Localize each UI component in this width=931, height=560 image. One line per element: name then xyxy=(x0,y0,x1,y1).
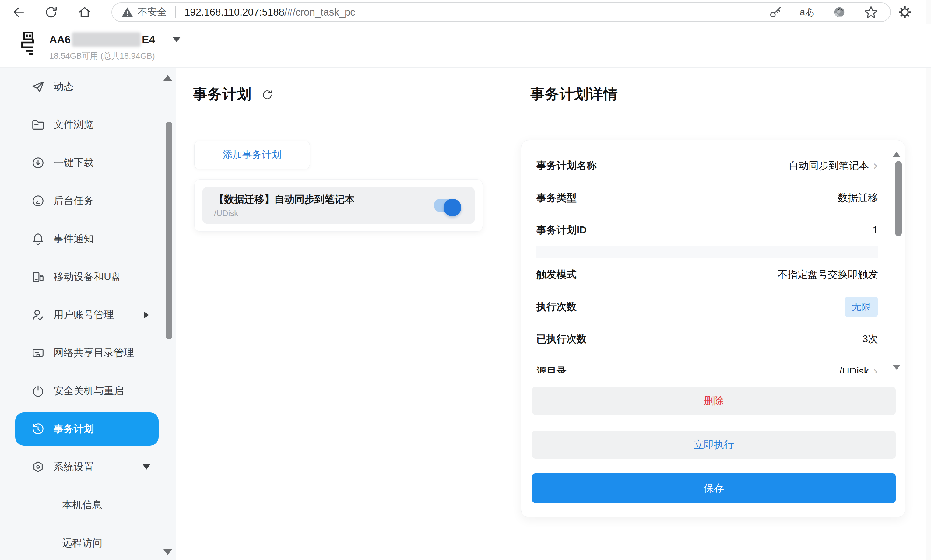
storage-info: 18.54GB可用 (总共18.94GB) xyxy=(49,51,180,62)
toggle-knob xyxy=(443,199,461,216)
device-dropdown-caret-icon[interactable] xyxy=(172,37,180,42)
download-circle-icon xyxy=(31,156,45,170)
sidebar-item-cron-task[interactable]: 事务计划 xyxy=(15,412,159,446)
address-bar[interactable]: 不安全 192.168.110.207:5188/#/cron_task_pc … xyxy=(111,2,891,22)
task-path: /UDisk xyxy=(214,209,434,218)
url-separator xyxy=(175,6,176,18)
chevron-right-icon: › xyxy=(873,365,878,373)
device-selector[interactable]: AA6 E4 xyxy=(49,32,180,47)
sidebar-scroll-up-icon[interactable] xyxy=(163,75,172,81)
insecure-warning-icon[interactable] xyxy=(121,6,133,18)
task-enabled-toggle[interactable] xyxy=(434,199,459,212)
sidebar-scroll-down-icon[interactable] xyxy=(163,549,172,555)
browser-swirl-icon[interactable] xyxy=(833,5,846,19)
task-detail-header: 事务计划详情 xyxy=(501,68,926,121)
folder-icon xyxy=(31,118,45,132)
chevron-right-icon: › xyxy=(873,160,878,172)
unlimited-badge: 无限 xyxy=(845,297,878,317)
detail-rows: 事务计划名称 自动同步到笔记本› 事务类型 数据迁移 事务计划ID 1 触发模式… xyxy=(536,140,878,373)
mobile-usb-icon xyxy=(31,270,45,284)
task-name: 【数据迁移】自动同步到笔记本 xyxy=(214,193,434,206)
sidebar-item-feed[interactable]: 动态 xyxy=(0,68,175,106)
browser-settings-gear-icon[interactable] xyxy=(897,5,912,20)
detail-scrollbar-thumb[interactable] xyxy=(895,161,902,236)
window-scrollbar[interactable] xyxy=(926,0,931,560)
app-logo-icon xyxy=(17,31,39,57)
sidebar-item-background-tasks[interactable]: 后台任务 xyxy=(0,182,175,220)
task-card[interactable]: 【数据迁移】自动同步到笔记本 /UDisk xyxy=(194,179,483,232)
task-detail-card: 事务计划名称 自动同步到笔记本› 事务类型 数据迁移 事务计划ID 1 触发模式… xyxy=(521,140,905,517)
device-name-suffix: E4 xyxy=(142,34,155,46)
detail-row-source-dir[interactable]: 源目录 /UDisk› xyxy=(536,355,878,373)
task-detail-title: 事务计划详情 xyxy=(530,85,618,104)
task-list-title: 事务计划 xyxy=(193,85,251,104)
sidebar-item-remote-access[interactable]: 远程访问 xyxy=(0,524,175,560)
url-host: 192.168.110.207:5188 xyxy=(185,6,284,18)
back-icon[interactable] xyxy=(10,5,25,20)
sidebar-item-network-share[interactable]: 网络共享目录管理 xyxy=(0,334,175,372)
url-path: /#/cron_task_pc xyxy=(284,6,355,18)
add-task-button[interactable]: 添加事务计划 xyxy=(194,141,310,169)
sidebar-item-user-accounts[interactable]: 用户账号管理 xyxy=(0,296,175,334)
detail-scroll-up-icon[interactable] xyxy=(893,152,900,157)
delete-button[interactable]: 删除 xyxy=(532,387,896,415)
sidebar-item-shutdown[interactable]: 安全关机与重启 xyxy=(0,372,175,410)
timer-icon xyxy=(31,194,45,208)
device-name-redacted xyxy=(72,32,141,47)
detail-row-type: 事务类型 数据迁移 xyxy=(536,182,878,214)
section-divider xyxy=(536,246,878,258)
detail-row-trigger-mode: 触发模式 不指定盘号交换即触发 xyxy=(536,258,878,291)
chevron-right-icon xyxy=(144,311,149,318)
sidebar-item-system-settings[interactable]: 系统设置 xyxy=(0,448,175,486)
device-name-prefix: AA6 xyxy=(49,34,71,46)
sidebar-scrollbar-thumb[interactable] xyxy=(166,122,172,339)
reload-icon[interactable] xyxy=(44,5,58,20)
chevron-down-icon xyxy=(143,465,150,469)
user-check-icon xyxy=(31,308,45,322)
browser-toolbar: 不安全 192.168.110.207:5188/#/cron_task_pc … xyxy=(0,0,931,25)
paper-plane-icon xyxy=(31,80,45,94)
network-folder-icon xyxy=(31,346,45,360)
detail-row-name[interactable]: 事务计划名称 自动同步到笔记本› xyxy=(536,149,878,182)
detail-row-run-count: 已执行次数 3次 xyxy=(536,323,878,355)
task-list-panel: 事务计划 添加事务计划 【数据迁移】自动同步到笔记本 /UDisk xyxy=(176,68,501,560)
settings-hexagon-icon xyxy=(31,460,45,474)
translate-icon[interactable]: aあ xyxy=(800,6,815,18)
favorite-star-icon[interactable] xyxy=(864,5,878,19)
history-clock-icon xyxy=(31,422,45,436)
app-header: AA6 E4 18.54GB可用 (总共18.94GB) xyxy=(0,25,931,68)
refresh-icon[interactable] xyxy=(261,89,273,102)
home-icon[interactable] xyxy=(77,5,92,20)
power-icon xyxy=(31,384,45,398)
detail-row-id: 事务计划ID 1 xyxy=(536,214,878,246)
security-label[interactable]: 不安全 xyxy=(138,6,167,19)
sidebar-item-mobile-usb[interactable]: 移动设备和U盘 xyxy=(0,258,175,296)
detail-row-run-limit: 执行次数 无限 xyxy=(536,291,878,323)
sidebar: 动态 文件浏览 一键下载 后台任务 事件通知 移动设备和U盘 用户账号管理 xyxy=(0,68,176,560)
task-detail-panel: 事务计划详情 事务计划名称 自动同步到笔记本› 事务类型 数据迁移 事务计划ID… xyxy=(501,68,926,560)
sidebar-item-download[interactable]: 一键下载 xyxy=(0,144,175,182)
detail-scroll-down-icon[interactable] xyxy=(893,365,900,370)
sidebar-item-file-browse[interactable]: 文件浏览 xyxy=(0,106,175,144)
task-list-header: 事务计划 xyxy=(176,68,501,121)
sidebar-item-notifications[interactable]: 事件通知 xyxy=(0,220,175,258)
password-key-icon[interactable] xyxy=(769,6,782,19)
bell-icon xyxy=(31,232,45,246)
sidebar-item-device-info[interactable]: 本机信息 xyxy=(0,486,175,524)
save-button[interactable]: 保存 xyxy=(532,473,896,503)
run-now-button[interactable]: 立即执行 xyxy=(532,431,896,458)
url-text[interactable]: 192.168.110.207:5188/#/cron_task_pc xyxy=(185,6,355,18)
